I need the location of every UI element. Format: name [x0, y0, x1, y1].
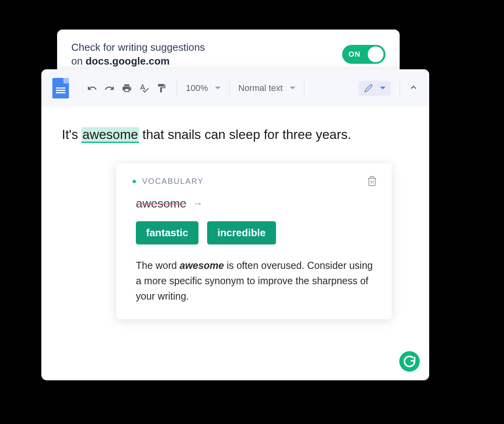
arrow-right-icon: → [192, 197, 203, 210]
toolbar: 100% Normal text [41, 69, 429, 107]
toolbar-divider [400, 81, 400, 95]
toggle-domain: docs.google.com [85, 55, 170, 67]
print-button[interactable] [120, 81, 133, 95]
suggestion-card: VOCABULARY awesome → fantastic incredibl… [116, 163, 392, 319]
spellcheck-button[interactable] [137, 81, 151, 95]
chevron-down-icon [380, 87, 385, 89]
original-word: awesome [136, 197, 186, 210]
edit-mode-dropdown[interactable] [359, 81, 391, 96]
original-word-row: awesome → [136, 197, 375, 210]
highlighted-word[interactable]: awesome [82, 127, 139, 143]
document-body[interactable]: It's awesome that snails can sleep for t… [41, 107, 429, 338]
zoom-value: 100% [186, 83, 208, 93]
toggle-state-label: ON [348, 50, 361, 59]
zoom-dropdown[interactable]: 100% [186, 83, 220, 93]
toggle-description-prefix: on [71, 55, 85, 67]
collapse-toolbar-button[interactable] [409, 83, 418, 94]
toolbar-divider [304, 81, 304, 95]
suggestion-category: VOCABULARY [142, 177, 204, 186]
sentence-before: It's [62, 127, 82, 142]
sentence-after: that snails can sleep for three years. [139, 127, 351, 142]
suggestion-header: VOCABULARY [133, 177, 375, 186]
suggestion-explanation: The word awesome is often overused. Cons… [136, 258, 375, 304]
text-style-dropdown[interactable]: Normal text [238, 83, 295, 93]
toggle-description-line1: Check for writing suggestions [71, 41, 205, 53]
chevron-down-icon [290, 87, 295, 89]
document-text: It's awesome that snails can sleep for t… [62, 126, 409, 144]
extension-card-text: Check for writing suggestions on docs.go… [71, 41, 205, 68]
dismiss-suggestion-button[interactable] [367, 175, 378, 189]
document-editor-window: 100% Normal text It's awesome that snail… [41, 69, 429, 380]
redo-button[interactable] [103, 81, 116, 95]
toolbar-divider [177, 81, 177, 95]
toolbar-divider [229, 81, 230, 95]
paint-format-button[interactable] [155, 81, 168, 95]
suggestion-alternatives: fantastic incredible [136, 221, 375, 244]
text-style-value: Normal text [238, 83, 282, 93]
suggestions-toggle[interactable]: ON [342, 45, 385, 64]
grammarly-badge[interactable] [399, 351, 420, 372]
chevron-down-icon [215, 87, 220, 89]
explanation-word: awesome [180, 260, 224, 271]
alternative-button-1[interactable]: fantastic [136, 221, 198, 244]
explanation-pre: The word [136, 260, 180, 271]
alternative-button-2[interactable]: incredible [207, 221, 276, 244]
docs-logo-icon[interactable] [52, 78, 69, 98]
undo-button[interactable] [85, 81, 99, 95]
category-dot [133, 180, 136, 183]
toggle-knob [368, 46, 384, 62]
